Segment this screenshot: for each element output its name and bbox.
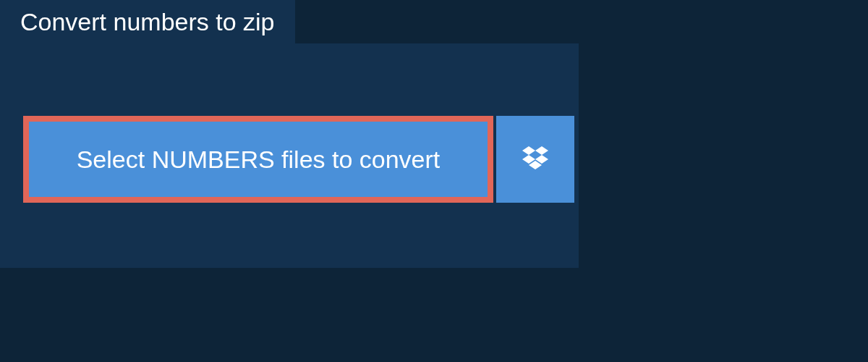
dropbox-icon: [522, 146, 548, 172]
tab-label: Convert numbers to zip: [20, 8, 275, 36]
dropbox-button[interactable]: [496, 116, 574, 203]
select-files-button[interactable]: Select NUMBERS files to convert: [23, 116, 493, 203]
tab-convert[interactable]: Convert numbers to zip: [0, 0, 295, 43]
button-row: Select NUMBERS files to convert: [23, 116, 574, 203]
select-files-label: Select NUMBERS files to convert: [77, 146, 441, 174]
converter-panel: Convert numbers to zip Select NUMBERS fi…: [0, 43, 579, 268]
